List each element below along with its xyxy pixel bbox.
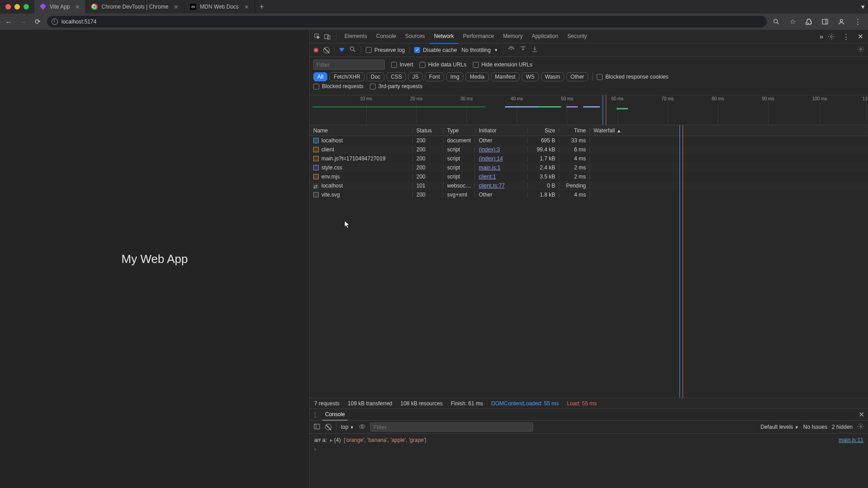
request-row[interactable]: main.js?t=1710494727019200script(index):… <box>310 154 868 163</box>
export-har-icon[interactable] <box>519 46 527 54</box>
console-prompt[interactable]: › <box>314 445 863 454</box>
console-issues[interactable]: No Issues <box>803 424 827 430</box>
devtools-close-icon[interactable]: ✕ <box>855 32 865 42</box>
request-row[interactable]: client200script(index):399.4 kB6 ms <box>310 145 868 154</box>
tab-dropdown-button[interactable]: ▾ <box>858 2 868 12</box>
extensions-icon[interactable] <box>804 17 814 27</box>
window-maximize-button[interactable] <box>24 4 29 9</box>
console-context-select[interactable]: top ▼ <box>341 424 354 430</box>
tab-close-icon[interactable]: ✕ <box>244 4 249 10</box>
browser-tab[interactable]: Vite App✕ <box>34 0 86 14</box>
profile-icon[interactable] <box>836 17 846 27</box>
column-initiator[interactable]: Initiator <box>475 127 528 134</box>
more-tabs-icon[interactable]: » <box>816 32 826 42</box>
drawer-kebab-icon[interactable]: ⋮ <box>312 412 318 418</box>
clear-button[interactable] <box>323 47 330 53</box>
device-toolbar-icon[interactable] <box>322 32 332 42</box>
initiator-link[interactable]: (index):3 <box>479 146 500 153</box>
devtools-settings-icon[interactable] <box>826 32 836 42</box>
record-button[interactable] <box>313 47 319 53</box>
initiator-link[interactable]: main.js:1 <box>479 164 500 171</box>
site-info-icon[interactable] <box>52 19 58 25</box>
column-size[interactable]: Size <box>528 127 559 134</box>
sidepanel-icon[interactable] <box>820 17 830 27</box>
initiator-link[interactable]: client:1 <box>479 174 496 180</box>
console-live-expr-icon[interactable] <box>359 423 366 432</box>
filter-chip-fetchxhr[interactable]: Fetch/XHR <box>330 72 364 81</box>
tab-close-icon[interactable]: ✕ <box>75 4 80 10</box>
request-row[interactable]: localhost101websocketclient.ts:770 BPend… <box>310 181 868 190</box>
devtools-tab-elements[interactable]: Elements <box>340 29 372 44</box>
request-row[interactable]: style.css200scriptmain.js:12.4 kB2 ms <box>310 163 868 172</box>
filter-chip-doc[interactable]: Doc <box>367 72 384 81</box>
network-timeline-overview[interactable]: 10 ms20 ms30 ms40 ms50 ms60 ms70 ms80 ms… <box>310 95 868 125</box>
devtools-tab-console[interactable]: Console <box>372 29 401 44</box>
throttling-select[interactable]: No throttling ▼ <box>462 47 498 53</box>
console-log-row[interactable]: arr a: ▸ (4) ['orange', 'banana', 'apple… <box>314 436 863 445</box>
console-settings-icon[interactable] <box>857 423 864 432</box>
column-time[interactable]: Time <box>559 127 590 134</box>
blocked-requests-checkbox[interactable]: Blocked requests <box>313 83 363 89</box>
hide-ext-urls-checkbox[interactable]: Hide extension URLs <box>473 61 533 68</box>
window-close-button[interactable] <box>5 4 11 9</box>
filter-chip-other[interactable]: Other <box>566 72 588 81</box>
browser-tab[interactable]: Chrome DevTools | Chrome✕ <box>86 0 184 14</box>
filter-chip-css[interactable]: CSS <box>387 72 406 81</box>
filter-chip-js[interactable]: JS <box>408 72 423 81</box>
filter-chip-all[interactable]: All <box>313 72 327 81</box>
filter-chip-ws[interactable]: WS <box>522 72 538 81</box>
devtools-tab-security[interactable]: Security <box>563 29 591 44</box>
column-type[interactable]: Type <box>443 127 475 134</box>
filter-toggle-icon[interactable] <box>339 48 344 52</box>
network-conditions-icon[interactable] <box>508 46 515 54</box>
devtools-tab-application[interactable]: Application <box>527 29 563 44</box>
window-minimize-button[interactable] <box>14 4 20 9</box>
request-row[interactable]: localhost200documentOther695 B33 ms <box>310 136 868 145</box>
omnibox[interactable]: localhost:5174 <box>47 16 767 28</box>
console-source-link[interactable]: main.js:11 <box>839 436 863 445</box>
drawer-tab-console[interactable]: Console <box>322 409 348 421</box>
network-settings-icon[interactable] <box>857 46 864 54</box>
search-icon[interactable] <box>349 46 356 54</box>
browser-tab[interactable]: mMDN Web Docs✕ <box>184 0 255 14</box>
nav-reload-button[interactable]: ⟳ <box>33 17 42 27</box>
console-filter-input[interactable] <box>370 422 533 432</box>
nav-back-button[interactable]: ← <box>4 17 14 27</box>
filter-chip-img[interactable]: Img <box>446 72 463 81</box>
column-status[interactable]: Status <box>413 127 443 134</box>
blocked-cookies-checkbox[interactable]: Blocked response cookies <box>597 74 668 80</box>
preserve-log-checkbox[interactable]: Preserve log <box>366 47 405 53</box>
third-party-checkbox[interactable]: 3rd-party requests <box>370 83 422 89</box>
bookmark-icon[interactable]: ☆ <box>788 17 797 27</box>
expand-icon[interactable]: ▸ <box>330 437 333 443</box>
chrome-menu-icon[interactable]: ⋮ <box>853 17 863 27</box>
column-name[interactable]: Name <box>310 127 413 134</box>
tab-close-icon[interactable]: ✕ <box>174 4 179 10</box>
request-row[interactable]: env.mjs200scriptclient:13.5 kB2 ms <box>310 172 868 181</box>
drawer-close-icon[interactable]: ✕ <box>859 410 864 419</box>
invert-checkbox[interactable]: Invert <box>391 61 413 68</box>
inspect-element-icon[interactable] <box>312 32 322 42</box>
import-har-icon[interactable] <box>531 46 538 54</box>
devtools-tab-memory[interactable]: Memory <box>499 29 527 44</box>
devtools-tab-performance[interactable]: Performance <box>458 29 499 44</box>
filter-chip-wasm[interactable]: Wasm <box>541 72 565 81</box>
filter-chip-font[interactable]: Font <box>425 72 444 81</box>
nav-forward-button[interactable]: → <box>18 17 28 27</box>
devtools-tab-sources[interactable]: Sources <box>401 29 429 44</box>
console-levels-select[interactable]: Default levels ▼ <box>760 424 798 430</box>
hide-data-urls-checkbox[interactable]: Hide data URLs <box>420 61 467 68</box>
search-icon[interactable] <box>771 17 781 27</box>
console-sidebar-toggle-icon[interactable] <box>313 423 321 432</box>
disable-cache-checkbox[interactable]: Disable cache <box>414 47 457 53</box>
network-filter-input[interactable] <box>313 60 385 70</box>
devtools-kebab-icon[interactable]: ⋮ <box>841 32 851 42</box>
initiator-link[interactable]: client.ts:77 <box>479 183 505 189</box>
new-tab-button[interactable]: + <box>255 3 268 11</box>
devtools-tab-network[interactable]: Network <box>429 29 458 44</box>
filter-chip-manifest[interactable]: Manifest <box>491 72 519 81</box>
filter-chip-media[interactable]: Media <box>466 72 489 81</box>
column-waterfall[interactable]: Waterfall▲ <box>590 127 868 134</box>
request-row[interactable]: vite.svg200svg+xmlOther1.8 kB4 ms <box>310 190 868 199</box>
initiator-link[interactable]: (index):14 <box>479 155 503 162</box>
